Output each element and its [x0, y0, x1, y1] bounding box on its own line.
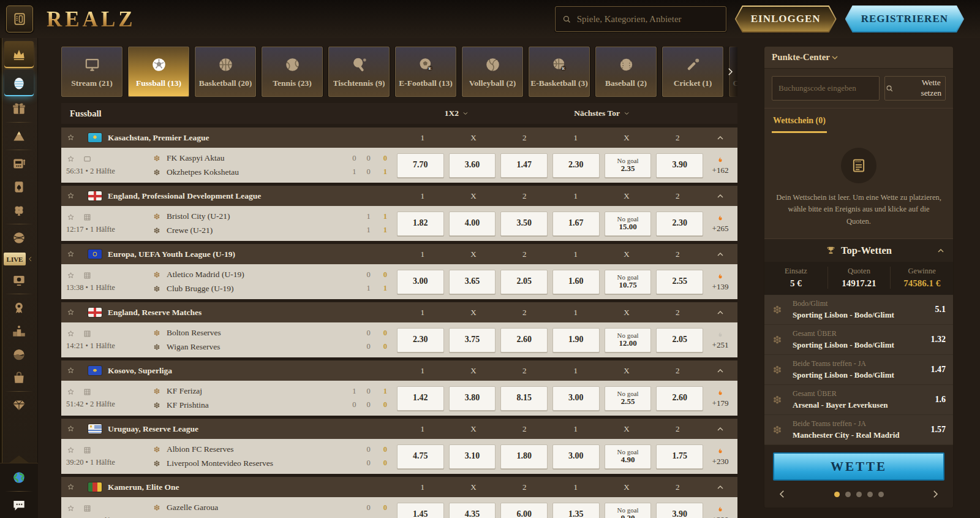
match-teams[interactable]: Gazelle GarouaAigle Royal Menoua [152, 503, 330, 518]
odd-button[interactable]: 3.65 [449, 270, 496, 294]
top-bet-row[interactable]: Bodo/GlimtSporting Lisbon - Bodo/Glimt5.… [764, 295, 953, 325]
sidebar-item-slots[interactable] [4, 153, 34, 175]
bet-boost[interactable]: +265 [703, 214, 737, 234]
collapse-league-button[interactable] [703, 133, 737, 143]
league-header[interactable]: Kamerun, Elite One1X21X2 [61, 477, 737, 497]
odd-button[interactable]: 3.80 [449, 386, 496, 411]
sidebar-item-vip[interactable] [4, 394, 34, 416]
chevron-left-icon[interactable] [777, 489, 788, 500]
match-teams[interactable]: Bristol City (U-21)Crewe (U-21) [152, 211, 330, 235]
odd-button[interactable]: No goal4.90 [605, 444, 652, 469]
odd-button[interactable]: 3.50 [500, 211, 548, 236]
pagination-dot[interactable] [878, 492, 884, 497]
favorite-star-icon[interactable] [66, 271, 75, 280]
favorite-star-icon[interactable] [66, 154, 75, 164]
sidebar-item-table-games[interactable] [4, 176, 34, 198]
sidebar-item-support-chat[interactable] [4, 494, 34, 516]
tab-basketball[interactable]: Basketball (20) [195, 47, 256, 97]
sidebar-item-lucky-games[interactable] [4, 199, 34, 221]
top-bets-header[interactable]: Top-Wetten [764, 238, 953, 262]
odd-button[interactable]: No goal10.75 [605, 270, 652, 294]
tab-cricket[interactable]: Cricket (1) [662, 47, 723, 97]
tab-baseball[interactable]: Baseball (2) [595, 47, 657, 97]
odd-button[interactable]: 3.00 [397, 270, 444, 294]
odd-button[interactable]: 3.75 [449, 328, 496, 352]
odd-button[interactable]: 1.82 [397, 211, 444, 236]
league-header[interactable]: England, Professional Development League… [61, 186, 737, 206]
odd-button[interactable]: 2.30 [656, 211, 703, 236]
odd-button[interactable]: 3.00 [552, 444, 600, 469]
odd-button[interactable]: 2.05 [656, 328, 703, 352]
sidebar-item-sports-stream[interactable] [4, 269, 34, 291]
bet-boost[interactable]: +162 [703, 156, 737, 175]
sidebar-item-casino-top[interactable] [4, 41, 34, 68]
league-header[interactable]: Kasachstan, Premier League1X21X2 [61, 128, 737, 148]
sidebar-item-live[interactable]: LIVE [4, 253, 34, 265]
match-row[interactable]: 12:17 • 1 HälfteBristol City (U-21)Crewe… [61, 206, 737, 241]
pagination-dot[interactable] [856, 492, 862, 497]
sidebar-item-bonuses[interactable] [4, 97, 34, 120]
odd-button[interactable]: 1.60 [552, 270, 600, 294]
menu-toggle-button[interactable] [6, 6, 33, 32]
match-teams[interactable]: KF FerizajKF Prishtina [152, 386, 330, 410]
collapse-league-button[interactable] [703, 249, 737, 259]
match-teams[interactable]: Albion FC ReservesLiverpool Montevideo R… [152, 444, 330, 468]
betslip-tab[interactable]: Wettschein (0) [772, 115, 827, 133]
sidebar-item-sports[interactable] [4, 227, 34, 249]
login-button[interactable]: EINLOGGEN [736, 7, 835, 31]
sidebar-item-tournaments[interactable] [4, 297, 34, 319]
odd-button[interactable]: 1.75 [656, 444, 703, 469]
league-header[interactable]: England, Reserve Matches1X21X2 [61, 302, 737, 322]
favorite-star-icon[interactable] [66, 446, 75, 455]
favorite-star-icon[interactable] [66, 387, 75, 397]
match-teams[interactable]: Atletico Madrid (U-19)Club Brugge (U-19) [152, 270, 330, 294]
league-header[interactable]: Europa, UEFA Youth League (U-19)1X21X2 [61, 244, 737, 264]
collapse-league-button[interactable] [703, 191, 737, 201]
odd-button[interactable]: 4.35 [449, 503, 496, 518]
register-button[interactable]: REGISTRIEREN [846, 7, 963, 31]
bet-boost[interactable]: +179 [703, 389, 737, 408]
odd-button[interactable]: 2.30 [397, 328, 444, 352]
odd-button[interactable]: 2.05 [500, 270, 548, 294]
favorite-star-icon[interactable] [66, 424, 88, 433]
odd-button[interactable]: 1.47 [500, 153, 548, 178]
favorite-star-icon[interactable] [66, 329, 75, 338]
odd-button[interactable]: 3.90 [656, 503, 703, 518]
match-row[interactable]: 39:20 • 1 HälfteAlbion FC ReservesLiverp… [61, 439, 737, 474]
sidebar-item-shop[interactable] [4, 367, 34, 389]
odd-button[interactable]: 1.45 [397, 503, 444, 518]
odd-button[interactable]: 8.15 [500, 386, 548, 411]
odd-button[interactable]: No goal9.20 [605, 503, 652, 518]
favorite-star-icon[interactable] [66, 308, 88, 317]
booking-code-input[interactable] [772, 76, 880, 101]
chevron-up-icon[interactable] [936, 246, 946, 256]
sidebar-item-egg-hunt[interactable] [4, 69, 34, 96]
odd-button[interactable]: 4.75 [397, 444, 444, 469]
odd-button[interactable]: 2.55 [656, 270, 703, 294]
pagination-dot[interactable] [845, 492, 851, 497]
odd-button[interactable]: No goal2.35 [605, 153, 652, 178]
collapse-league-button[interactable] [703, 366, 737, 376]
sidebar-item-leaderboard[interactable] [4, 320, 34, 342]
odd-button[interactable]: 7.70 [397, 153, 444, 178]
favorite-star-icon[interactable] [66, 249, 88, 259]
match-row[interactable]: 13:38 • 1 HälfteAtletico Madrid (U-19)Cl… [61, 264, 737, 299]
match-teams[interactable]: FK Kaspyi AktauOkzhetpes Kokshetau [152, 153, 330, 177]
odd-button[interactable]: 2.60 [656, 386, 703, 411]
bet-boost[interactable]: +139 [703, 272, 737, 292]
tab-tennis[interactable]: Tennis (23) [262, 47, 323, 97]
odd-button[interactable]: 1.35 [552, 503, 600, 518]
sidebar-item-language[interactable] [4, 467, 34, 489]
odd-button[interactable]: 3.10 [449, 444, 496, 469]
league-header[interactable]: Kosovo, Superliga1X21X2 [61, 360, 737, 381]
tab-volleyball[interactable]: Volleyball (2) [462, 47, 523, 97]
search-input[interactable] [577, 14, 720, 25]
place-bet-code-button[interactable]: Wette setzen [884, 76, 946, 101]
favorite-star-icon[interactable] [66, 133, 88, 142]
odd-button[interactable]: 1.90 [552, 328, 600, 352]
bet-boost[interactable]: +290 [703, 505, 737, 518]
chevron-down-icon[interactable] [830, 53, 840, 63]
odd-button[interactable]: 2.60 [500, 328, 548, 352]
favorite-star-icon[interactable] [66, 213, 75, 222]
bet-button[interactable]: WETTE [773, 452, 944, 481]
